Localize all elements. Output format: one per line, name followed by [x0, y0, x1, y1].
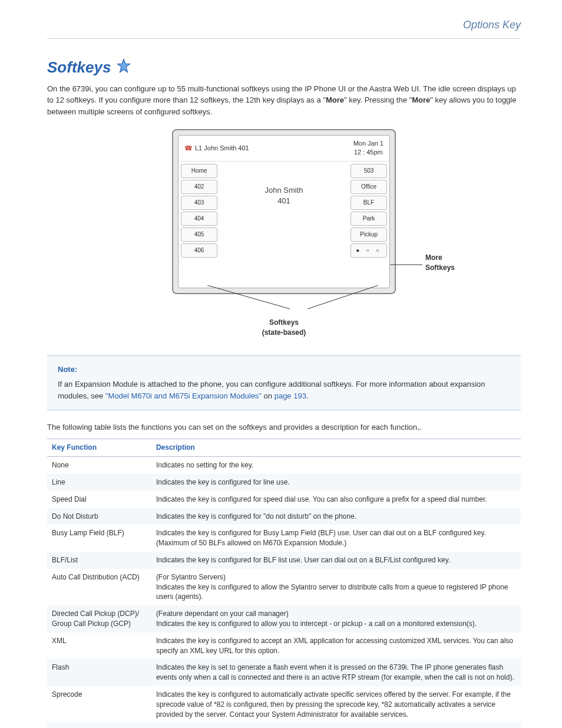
note-link[interactable]: "Model M670i and M675i Expansion Modules… [105, 391, 262, 400]
softkey-402[interactable]: 402 [181, 180, 217, 194]
cell-description: Indicates the key is configured to autom… [151, 686, 521, 723]
cell-function: Sprecode [47, 686, 151, 723]
cell-function: None [47, 457, 151, 474]
phone-icon: ☎ [184, 144, 193, 153]
softkey-503[interactable]: 503 [351, 164, 387, 178]
softkey-more[interactable]: ● ○ ○ [351, 243, 387, 258]
cell-description: Indicates the key is set to generate a f… [151, 659, 521, 686]
cell-description: Indicates the key is configured for spee… [151, 491, 521, 508]
phone-center: John Smith 401 [220, 162, 348, 288]
cell-description: Indicates the key is configured to accep… [151, 633, 521, 660]
function-table: Key Function Description NoneIndicates n… [47, 439, 521, 728]
cell-function: Line [47, 474, 151, 491]
cell-function: Busy Lamp Field (BLF) [47, 525, 151, 552]
phone-line-label: L1 John Smith 401 [195, 144, 249, 153]
softkey-blf[interactable]: BLF [351, 196, 387, 210]
table-row: Busy Lamp Field (BLF)Indicates the key i… [47, 525, 521, 552]
softkey-405[interactable]: 405 [181, 228, 217, 242]
note-after: . [306, 391, 309, 400]
phone-screen: ☎ L1 John Smith 401 Mon Jan 1 12 : 45pm … [178, 135, 390, 288]
phone-diagram: ☎ L1 John Smith 401 Mon Jan 1 12 : 45pm … [47, 129, 521, 338]
table-row: Do Not DisturbIndicates the key is confi… [47, 508, 521, 525]
phone-center-name: John Smith [220, 185, 348, 196]
phone-right-keys: 503 Office BLF Park Pickup ● ○ ○ [348, 162, 389, 288]
note-title: Note: [58, 364, 510, 375]
section-title: Softkeys [47, 57, 111, 78]
table-row: Speed DialIndicates the key is configure… [47, 491, 521, 508]
cell-function: Park [47, 723, 151, 728]
table-row: NoneIndicates no setting for the key. [47, 457, 521, 474]
callout-more-text: More Softkeys [425, 253, 461, 273]
table-row: Auto Call Distribution (ACD)(For Sylantr… [47, 569, 521, 605]
th-description: Description [151, 439, 521, 457]
table-row: BLF/ListIndicates the key is configured … [47, 552, 521, 569]
cell-description: (Feature dependant on your call manager)… [151, 605, 521, 633]
cell-function: Auto Call Distribution (ACD) [47, 569, 151, 605]
cell-description: Indicates the key is configured for BLF … [151, 552, 521, 569]
title-row: Softkeys [47, 57, 521, 78]
intro-text-2: " key. Pressing the " [344, 95, 412, 104]
table-row: SprecodeIndicates the key is configured … [47, 686, 521, 723]
page-header: Options Key [47, 18, 521, 32]
intro-bold-1: More [326, 95, 344, 104]
table-row: LineIndicates the key is configured for … [47, 474, 521, 491]
intro-paragraph: On the 6739i, you can configure up to 55… [47, 83, 521, 118]
cell-function: Speed Dial [47, 491, 151, 508]
callout-bottom: Softkeys (state-based) [172, 318, 396, 338]
softkey-406[interactable]: 406 [181, 243, 217, 258]
callout-bottom-2: (state-based) [172, 328, 396, 338]
cell-function: Directed Call Pickup (DCP)/ Group Call P… [47, 605, 151, 633]
cell-description: Indicates no setting for the key. [151, 457, 521, 474]
header-rule [47, 38, 521, 39]
callout-more: More Softkeys [425, 253, 461, 273]
cell-description: Indicates the key is configured for Busy… [151, 525, 521, 552]
note-box: Note: If an Expansion Module is attached… [47, 355, 521, 410]
phone-left-keys: Home 402 403 404 405 406 [178, 162, 220, 288]
table-row: ParkIndicates the key is configured to p… [47, 723, 521, 728]
note-mid: on [262, 391, 275, 400]
note-text: If an Expansion Module is attached to th… [58, 378, 510, 401]
cell-function: Flash [47, 659, 151, 686]
softkey-pickup[interactable]: Pickup [351, 228, 387, 242]
phone-date: Mon Jan 1 [353, 139, 384, 148]
cell-description: Indicates the key is configured for "do … [151, 508, 521, 525]
softkey-office[interactable]: Office [351, 180, 387, 194]
cell-description: Indicates the key is configured for line… [151, 474, 521, 491]
softkey-403[interactable]: 403 [181, 196, 217, 210]
table-row: XMLIndicates the key is configured to ac… [47, 633, 521, 660]
cell-function: BLF/List [47, 552, 151, 569]
phone-time: 12 : 45pm [353, 148, 384, 157]
star-icon [115, 58, 132, 77]
cell-function: XML [47, 633, 151, 660]
note-page-ref[interactable]: page 193 [275, 391, 306, 400]
phone-frame: ☎ L1 John Smith 401 Mon Jan 1 12 : 45pm … [172, 129, 396, 294]
softkey-home[interactable]: Home [181, 164, 217, 178]
table-row: FlashIndicates the key is set to generat… [47, 659, 521, 686]
intro-bold-2: More [412, 95, 430, 104]
table-row: Directed Call Pickup (DCP)/ Group Call P… [47, 605, 521, 633]
phone-status-bar: ☎ L1 John Smith 401 Mon Jan 1 12 : 45pm [178, 136, 389, 162]
softkey-park[interactable]: Park [351, 212, 387, 226]
table-intro: The following table lists the functions … [47, 422, 521, 433]
cell-function: Do Not Disturb [47, 508, 151, 525]
cell-description: Indicates the key is configured to park … [151, 723, 521, 728]
softkey-404[interactable]: 404 [181, 212, 217, 226]
phone-center-ext: 401 [220, 196, 348, 206]
callout-bottom-1: Softkeys [172, 318, 396, 328]
cell-description: (For Sylantro Servers) Indicates the key… [151, 569, 521, 605]
th-key-function: Key Function [47, 439, 151, 457]
